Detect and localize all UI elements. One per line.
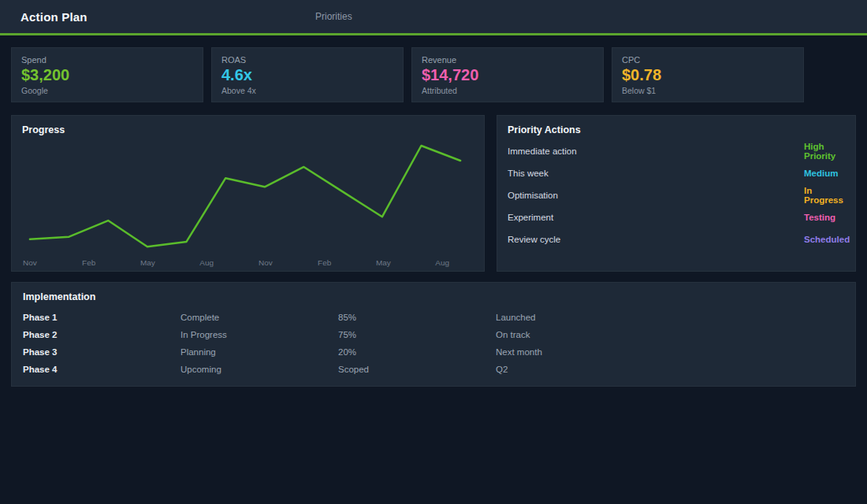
progress-chart-panel: Progress NovFebMayAugNovFebMayAug xyxy=(11,115,485,272)
phase-status: In Progress xyxy=(180,330,338,339)
kpi-value: $14,720 xyxy=(422,66,594,84)
x-axis-tick-label: May xyxy=(376,258,391,267)
phase-metric: 20% xyxy=(338,347,496,357)
phase-status: Planning xyxy=(180,347,338,357)
app-header: Action Plan Priorities xyxy=(0,0,867,35)
kpi-value: 4.6x xyxy=(221,66,393,84)
phase-note: Next month xyxy=(496,347,846,357)
priority-label: Optimisation xyxy=(508,191,558,200)
progress-line-chart: NovFebMayAugNovFebMayAug xyxy=(12,116,484,271)
priority-status-badge: In Progress xyxy=(804,186,843,205)
phase-name: Phase 3 xyxy=(23,347,180,357)
kpi-sublabel: Google xyxy=(21,86,193,95)
priority-label: Experiment xyxy=(508,213,553,222)
priority-row: Optimisation In Progress xyxy=(508,184,839,206)
table-row: Phase 3 Planning 20% Next month xyxy=(21,343,846,361)
middle-row: Progress NovFebMayAugNovFebMayAug Priori… xyxy=(11,115,856,272)
priority-row: Experiment Testing xyxy=(508,206,839,228)
kpi-card-revenue: Revenue $14,720 Attributed xyxy=(411,47,604,102)
phase-note: Launched xyxy=(496,313,846,322)
priority-label: Immediate action xyxy=(508,146,577,156)
table-row: Phase 2 In Progress 75% On track xyxy=(21,326,846,343)
phase-metric: 75% xyxy=(338,330,496,339)
x-axis-tick-label: Nov xyxy=(23,258,37,267)
phase-metric: Scoped xyxy=(338,365,496,374)
chart-title: Progress xyxy=(22,124,65,135)
phase-metric: 85% xyxy=(338,313,496,322)
priority-row: This week Medium xyxy=(508,162,839,184)
kpi-sublabel: Above 4x xyxy=(221,86,393,95)
kpi-label: Spend xyxy=(21,55,193,65)
x-axis-tick-label: Feb xyxy=(318,258,332,267)
phase-name: Phase 2 xyxy=(23,330,180,339)
kpi-card-cpc: CPC $0.78 Below $1 xyxy=(612,47,804,102)
x-axis-tick-label: Aug xyxy=(199,258,214,267)
kpi-label: CPC xyxy=(622,55,794,65)
kpi-label: ROAS xyxy=(221,55,393,65)
priority-label: This week xyxy=(508,169,549,178)
implementation-title: Implementation xyxy=(21,291,846,302)
x-axis-tick-label: Nov xyxy=(259,258,273,267)
kpi-label: Revenue xyxy=(422,55,594,65)
table-row: Phase 4 Upcoming Scoped Q2 xyxy=(21,361,846,378)
kpi-card-spend: Spend $3,200 Google xyxy=(11,47,203,102)
x-axis-tick-label: Aug xyxy=(435,258,449,267)
priority-row: Immediate action High Priority xyxy=(508,140,839,162)
kpi-value: $0.78 xyxy=(622,66,794,84)
priority-status-badge: Testing xyxy=(804,213,835,222)
x-axis-tick-label: May xyxy=(140,258,155,267)
page-title: Action Plan xyxy=(20,10,87,24)
kpi-sublabel: Attributed xyxy=(422,86,594,95)
kpi-cards-row: Spend $3,200 Google ROAS 4.6x Above 4x R… xyxy=(11,47,804,102)
table-row: Phase 1 Complete 85% Launched xyxy=(21,309,846,326)
phase-note: Q2 xyxy=(496,365,846,374)
priority-row: Review cycle Scheduled xyxy=(508,228,839,250)
priority-status-badge: High Priority xyxy=(804,142,839,161)
priority-actions-panel: Priority Actions Immediate action High P… xyxy=(497,115,856,272)
phase-name: Phase 4 xyxy=(23,365,180,374)
kpi-sublabel: Below $1 xyxy=(622,86,794,95)
phase-status: Complete xyxy=(180,313,338,322)
nav-item-priorities[interactable]: Priorities xyxy=(315,0,352,33)
priority-status-badge: Medium xyxy=(804,169,838,178)
implementation-panel: Implementation Phase 1 Complete 85% Laun… xyxy=(11,282,856,387)
priority-panel-title: Priority Actions xyxy=(508,124,839,135)
kpi-value: $3,200 xyxy=(21,66,193,84)
priority-label: Review cycle xyxy=(508,235,560,244)
progress-line-series xyxy=(30,146,460,246)
priority-status-badge: Scheduled xyxy=(804,235,850,244)
kpi-card-roas: ROAS 4.6x Above 4x xyxy=(211,47,404,102)
phase-status: Upcoming xyxy=(180,365,338,374)
phase-name: Phase 1 xyxy=(23,313,180,322)
phase-note: On track xyxy=(496,330,846,339)
x-axis-tick-label: Feb xyxy=(82,258,96,267)
